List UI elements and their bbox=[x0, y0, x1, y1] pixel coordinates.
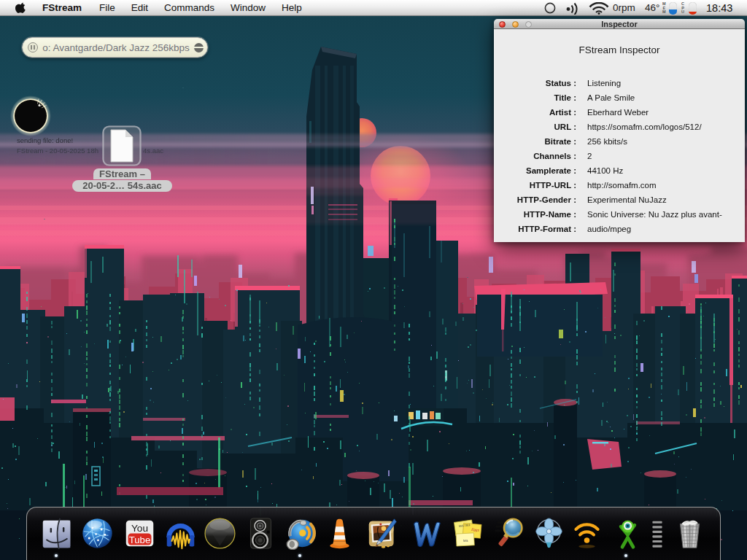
svg-text:Eggs: Eggs bbox=[471, 528, 480, 532]
svg-text:Tube: Tube bbox=[129, 534, 150, 545]
svg-text:Milk: Milk bbox=[463, 540, 468, 542]
svg-text:You: You bbox=[131, 523, 148, 534]
